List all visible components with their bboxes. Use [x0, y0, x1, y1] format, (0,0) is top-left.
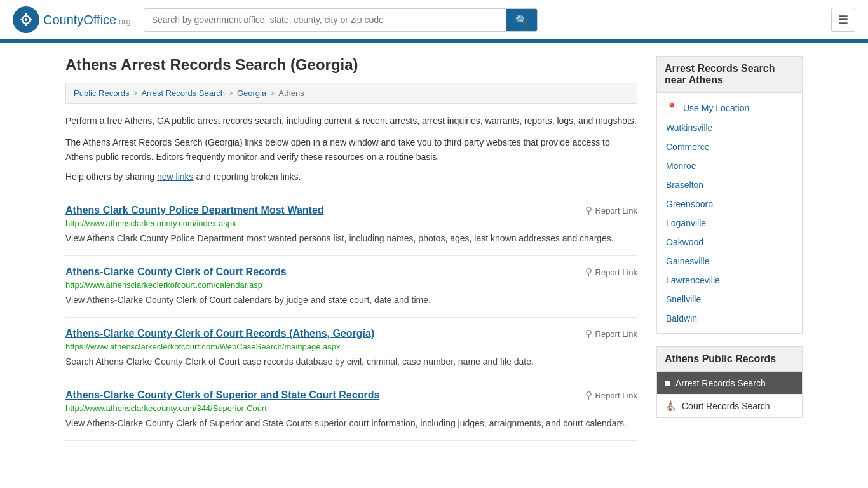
breadcrumb-sep-3: >: [270, 89, 275, 98]
result-desc-2: View Athens-Clarke County Clerk of Court…: [65, 294, 637, 307]
result-item: Athens-Clarke County Clerk of Superior a…: [65, 379, 637, 441]
sidebar-city-10[interactable]: Baldwin: [657, 309, 802, 328]
result-desc-1: View Athens Clark County Police Departme…: [65, 232, 637, 245]
result-title-4[interactable]: Athens-Clarke County Clerk of Superior a…: [65, 390, 379, 401]
search-icon: 🔍: [515, 15, 528, 25]
main-content: Athens Arrest Records Search (Georgia) P…: [65, 56, 637, 441]
sidebar-section1-title: Arrest Records Search near Athens: [656, 56, 803, 93]
arrest-record-icon: ■: [665, 377, 670, 388]
report-link-button-4[interactable]: ⚲ Report Link: [585, 390, 637, 401]
result-desc-3: Search Athens-Clarke County Clerk of Cou…: [65, 355, 637, 369]
result-title-3[interactable]: Athens-Clarke County Clerk of Court Reco…: [65, 328, 374, 339]
sidebar-city-9[interactable]: Snellville: [657, 290, 802, 309]
sidebar-city-3[interactable]: Braselton: [657, 175, 802, 194]
report-icon-4: ⚲: [585, 390, 592, 401]
sidebar-use-my-location[interactable]: 📍 Use My Location: [657, 98, 802, 118]
result-item: Athens-Clarke County Clerk of Court Reco…: [65, 256, 637, 318]
share-text: Help others by sharing new links and rep…: [65, 172, 637, 182]
description-para2: The Athens Arrest Records Search (Georgi…: [65, 135, 637, 164]
breadcrumb: Public Records > Arrest Records Search >…: [65, 83, 637, 104]
court-record-icon: ⛪: [665, 400, 677, 412]
sidebar-city-8[interactable]: Lawrenceville: [657, 271, 802, 290]
breadcrumb-sep-2: >: [229, 89, 233, 98]
breadcrumb-public-records[interactable]: Public Records: [74, 88, 129, 98]
report-link-button-1[interactable]: ⚲ Report Link: [585, 205, 637, 216]
sidebar-city-0[interactable]: Watkinsville: [657, 118, 802, 137]
sidebar-record-arrest[interactable]: ■ Arrest Records Search: [657, 372, 802, 395]
logo-link[interactable]: CountyOffice.org: [13, 6, 131, 33]
result-title-1[interactable]: Athens Clark County Police Department Mo…: [65, 205, 324, 216]
results-list: Athens Clark County Police Department Mo…: [65, 194, 637, 441]
sidebar-city-7[interactable]: Gainesville: [657, 252, 802, 271]
result-title-2[interactable]: Athens-Clarke County Clerk of Court Reco…: [65, 266, 287, 278]
sidebar-city-1[interactable]: Commerce: [657, 137, 802, 156]
search-button[interactable]: 🔍: [506, 9, 537, 31]
sidebar-section2-title: Athens Public Records: [656, 346, 803, 372]
result-url-4[interactable]: http://www.athensclarkecounty.com/344/Su…: [65, 403, 637, 413]
new-links-link[interactable]: new links: [157, 172, 194, 182]
sidebar-nearby-cities: 📍 Use My Location Watkinsville Commerce …: [656, 93, 803, 334]
breadcrumb-athens: Athens: [278, 88, 304, 98]
breadcrumb-arrest-records-search[interactable]: Arrest Records Search: [141, 88, 225, 98]
breadcrumb-sep-1: >: [133, 89, 137, 98]
sidebar-public-records: ■ Arrest Records Search ⛪ Court Records …: [656, 372, 803, 418]
search-input[interactable]: [144, 10, 506, 30]
sidebar-city-6[interactable]: Oakwood: [657, 233, 802, 252]
result-url-3[interactable]: https://www.athensclarkeclerkofcourt.com…: [65, 342, 637, 351]
menu-button[interactable]: ☰: [831, 8, 855, 32]
result-item: Athens-Clarke County Clerk of Court Reco…: [65, 318, 637, 379]
report-icon-2: ⚲: [585, 266, 592, 278]
result-url-2[interactable]: http://www.athensclarkeclerkofcourt.com/…: [65, 280, 637, 290]
description-para1: Perform a free Athens, GA public arrest …: [65, 114, 637, 128]
result-desc-4: View Athens-Clarke County Clerk of Super…: [65, 417, 637, 430]
sidebar-record-court[interactable]: ⛪ Court Records Search: [657, 395, 802, 417]
report-icon-1: ⚲: [585, 205, 592, 216]
result-item: Athens Clark County Police Department Mo…: [65, 194, 637, 256]
sidebar-city-2[interactable]: Monroe: [657, 156, 802, 175]
breadcrumb-georgia[interactable]: Georgia: [237, 88, 266, 98]
result-url-1[interactable]: http://www.athensclarkecounty.com/index.…: [65, 219, 637, 228]
sidebar-city-5[interactable]: Loganville: [657, 214, 802, 233]
sidebar-city-4[interactable]: Greensboro: [657, 194, 802, 214]
hamburger-icon: ☰: [838, 13, 848, 26]
logo-icon: [13, 6, 39, 33]
location-icon: 📍: [666, 102, 678, 114]
page-title: Athens Arrest Records Search (Georgia): [65, 56, 637, 74]
report-link-button-3[interactable]: ⚲ Report Link: [585, 328, 637, 339]
search-bar: 🔍: [144, 8, 538, 32]
sidebar: Arrest Records Search near Athens 📍 Use …: [656, 56, 803, 441]
report-link-button-2[interactable]: ⚲ Report Link: [585, 266, 637, 278]
site-header: CountyOffice.org 🔍 ☰: [0, 0, 868, 41]
page-container: Athens Arrest Records Search (Georgia) P…: [53, 43, 815, 441]
svg-point-2: [25, 18, 27, 21]
report-icon-3: ⚲: [585, 328, 592, 339]
logo-text: CountyOffice.org: [43, 13, 131, 27]
